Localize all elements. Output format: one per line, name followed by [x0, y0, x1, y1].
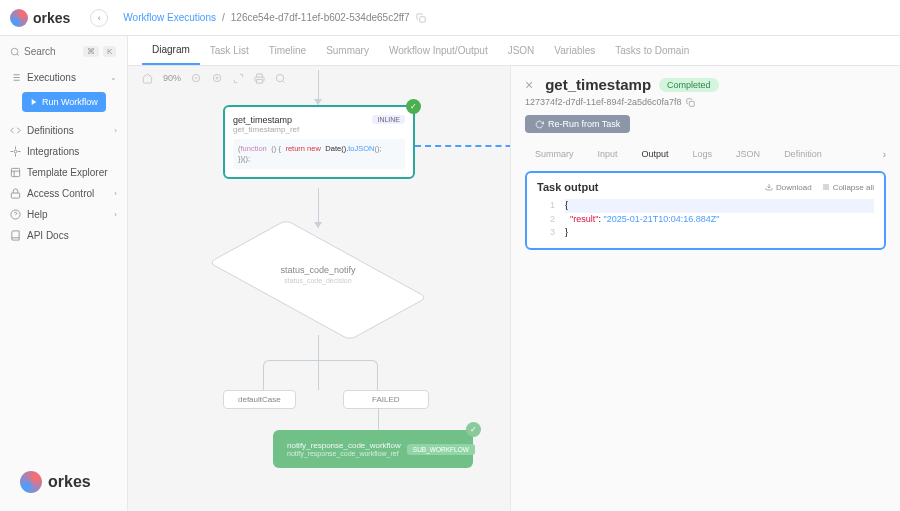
print-icon[interactable]: [254, 73, 265, 84]
template-label: Template Explorer: [27, 167, 108, 178]
panel-title: get_timestamp: [545, 76, 651, 93]
book-icon: [10, 230, 21, 241]
branch-failed[interactable]: FAILED: [343, 390, 429, 409]
flow-connector: [378, 408, 379, 430]
run-workflow-button[interactable]: Run Workflow: [22, 92, 106, 112]
search-icon[interactable]: [275, 73, 286, 84]
dashed-connector: [415, 145, 520, 215]
zoom-in-icon[interactable]: [212, 73, 223, 84]
svg-marker-10: [32, 99, 37, 105]
api-label: API Docs: [27, 230, 69, 241]
chevron-right-icon: ›: [114, 189, 117, 198]
expand-icon[interactable]: [233, 73, 244, 84]
sidebar-item-access[interactable]: Access Control ›: [8, 183, 119, 204]
tab-diagram[interactable]: Diagram: [142, 36, 200, 65]
search-icon: [10, 47, 20, 57]
sidebar-item-executions[interactable]: Executions ⌄: [8, 67, 119, 88]
rerun-task-button[interactable]: Re-Run from Task: [525, 115, 630, 133]
access-label: Access Control: [27, 188, 94, 199]
ptab-logs[interactable]: Logs: [683, 145, 723, 163]
executions-label: Executions: [27, 72, 76, 83]
chevron-right-icon[interactable]: ›: [883, 149, 886, 160]
success-check-icon: ✓: [406, 99, 421, 114]
download-button[interactable]: Download: [765, 183, 812, 192]
subflow-name: notify_response_code_workflow: [287, 441, 401, 450]
sidebar-item-help[interactable]: Help ›: [8, 204, 119, 225]
tab-json[interactable]: JSON: [498, 36, 545, 65]
zoom-out-icon[interactable]: [191, 73, 202, 84]
lock-icon: [10, 188, 21, 199]
collapse-icon: [822, 183, 830, 191]
kbd-k: K: [103, 46, 116, 57]
download-icon: [765, 183, 773, 191]
ptab-input[interactable]: Input: [588, 145, 628, 163]
task-output-box: Task output Download Collapse all 1{ 2 "…: [525, 171, 886, 250]
plug-icon: [10, 146, 21, 157]
collapse-all-button[interactable]: Collapse all: [822, 183, 874, 192]
search-row[interactable]: ⌘ K: [8, 42, 119, 61]
download-label: Download: [776, 183, 812, 192]
copy-icon[interactable]: [686, 98, 695, 107]
tab-tasklist[interactable]: Task List: [200, 36, 259, 65]
tab-bar: Diagram Task List Timeline Summary Workf…: [128, 36, 900, 66]
task-node-get-timestamp[interactable]: ✓ get_timestamp get_timestamp_ref INLINE…: [223, 105, 415, 179]
brand-text: orkes: [33, 10, 70, 26]
json-output: 1{ 2 "result": "2025-01-21T10:04:16.884Z…: [537, 199, 874, 240]
subflow-ref: notify_response_code_workflow_ref: [287, 450, 401, 457]
home-icon[interactable]: [142, 73, 153, 84]
subworkflow-node[interactable]: ✓ notify_response_code_workflow notify_r…: [273, 430, 473, 468]
logo-icon: [20, 471, 42, 493]
close-panel-button[interactable]: ×: [525, 77, 533, 93]
refresh-icon: [535, 120, 544, 129]
svg-line-3: [17, 53, 19, 55]
definitions-label: Definitions: [27, 125, 74, 136]
svg-rect-12: [11, 168, 19, 176]
breadcrumb: Workflow Executions / 126ce54e-d7df-11ef…: [123, 12, 425, 23]
tab-tasksdomain[interactable]: Tasks to Domain: [605, 36, 699, 65]
chevron-right-icon: ›: [114, 126, 117, 135]
svg-rect-23: [257, 79, 263, 83]
sidebar-item-template[interactable]: Template Explorer: [8, 162, 119, 183]
run-label: Run Workflow: [42, 97, 98, 107]
branch-connector: [318, 360, 378, 390]
help-label: Help: [27, 209, 48, 220]
sidebar-item-integrations[interactable]: Integrations: [8, 141, 119, 162]
tab-variables[interactable]: Variables: [544, 36, 605, 65]
panel-task-id: 127374f2-d7df-11ef-894f-2a5d6c0fa7f8: [525, 97, 682, 107]
code-icon: [10, 125, 21, 136]
kbd-cmd: ⌘: [83, 46, 99, 57]
tab-summary[interactable]: Summary: [316, 36, 379, 65]
sidebar-item-definitions[interactable]: Definitions ›: [8, 120, 119, 141]
ptab-output[interactable]: Output: [632, 145, 679, 163]
decision-node[interactable]: status_code_notify status_code_decision: [218, 225, 418, 335]
list-icon: [10, 72, 21, 83]
ptab-json[interactable]: JSON: [726, 145, 770, 163]
branch-default[interactable]: defaultCase: [223, 390, 296, 409]
ptab-summary[interactable]: Summary: [525, 145, 584, 163]
copy-icon[interactable]: [416, 13, 426, 23]
tab-io[interactable]: Workflow Input/Output: [379, 36, 498, 65]
tab-timeline[interactable]: Timeline: [259, 36, 316, 65]
task-detail-panel: × get_timestamp Completed 127374f2-d7df-…: [510, 66, 900, 511]
task-type-tag: INLINE: [372, 115, 405, 124]
sidebar-item-api[interactable]: API Docs: [8, 225, 119, 246]
breadcrumb-parent[interactable]: Workflow Executions: [123, 12, 216, 23]
task-name: get_timestamp: [233, 115, 299, 125]
svg-line-25: [283, 80, 285, 82]
svg-rect-29: [689, 101, 694, 106]
decision-sub: status_code_decision: [218, 277, 418, 284]
breadcrumb-id: 126ce54e-d7df-11ef-b602-534de65c2ff7: [231, 12, 410, 23]
rerun-label: Re-Run from Task: [548, 119, 620, 129]
sidebar-collapse-button[interactable]: ‹: [90, 9, 108, 27]
output-title: Task output: [537, 181, 599, 193]
collapse-label: Collapse all: [833, 183, 874, 192]
diagram-canvas[interactable]: ✓ get_timestamp get_timestamp_ref INLINE…: [128, 90, 510, 511]
chevron-down-icon: ⌄: [110, 73, 117, 82]
success-check-icon: ✓: [466, 422, 481, 437]
ptab-definition[interactable]: Definition: [774, 145, 832, 163]
search-input[interactable]: [24, 46, 79, 57]
svg-rect-0: [419, 16, 424, 21]
svg-rect-15: [11, 193, 19, 198]
task-ref: get_timestamp_ref: [233, 125, 299, 134]
layout-icon: [10, 167, 21, 178]
